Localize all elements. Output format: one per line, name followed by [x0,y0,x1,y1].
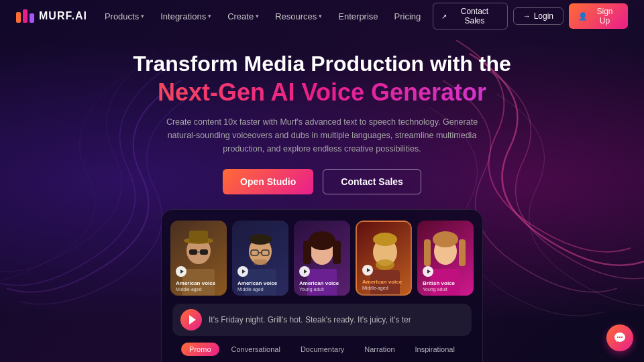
play-button-main[interactable] [180,309,202,330]
murf-logo-icon [16,9,35,23]
external-link-icon: ↗ [441,13,447,20]
login-button[interactable]: → Login [513,7,564,25]
voice-card-5[interactable]: British voice Young adult [417,221,474,296]
nav-integrations[interactable]: Integrations ▾ [154,9,218,24]
contact-sales-button[interactable]: ↗ Contact Sales [433,3,507,29]
chat-icon [613,331,627,345]
card-5-play-button[interactable] [423,266,433,277]
svg-point-28 [376,259,394,270]
open-studio-button[interactable]: Open Studio [223,169,313,194]
card-2-label: American voice Middle-aged [237,280,286,292]
navbar: MURF.AI Products ▾ Integrations ▾ Create… [0,0,644,32]
contact-sales-hero-button[interactable]: Contact Sales [323,169,421,194]
style-tag-conversational[interactable]: Conversational [223,343,288,356]
voice-cards-row: American voice Middle-aged [172,221,472,296]
voice-section: American voice Middle-aged [0,209,644,362]
nav-pricing[interactable]: Pricing [388,9,428,24]
card-4-label: American voice Middle-aged [362,279,408,290]
nav-enterprise[interactable]: Enterprise [331,9,384,24]
svg-rect-2 [30,13,34,23]
signup-button[interactable]: 👤 Sign Up [569,3,628,29]
hero-section: Transform Media Production with the Next… [0,32,644,194]
play-icon [427,269,431,274]
nav-right: ↗ Contact Sales → Login 👤 Sign Up [433,3,628,29]
chevron-down-icon: ▾ [256,13,259,19]
style-tag-narration[interactable]: Narration [356,343,402,356]
play-icon [189,315,196,324]
logo-text: MURF.AI [39,10,87,22]
chevron-down-icon: ▾ [208,13,211,19]
card-1-label: American voice Middle-aged [176,280,224,292]
card-1-play-button[interactable] [176,266,186,277]
hero-title-line1: Transform Media Production with the Next… [13,51,631,107]
play-icon [367,268,370,272]
svg-rect-18 [254,259,267,265]
chevron-down-icon: ▾ [319,13,322,19]
svg-rect-34 [459,239,466,266]
hero-buttons: Open Studio Contact Sales [13,169,631,194]
chevron-down-icon: ▾ [141,13,144,19]
svg-rect-23 [333,241,341,264]
voice-card-2[interactable]: American voice Middle-aged [232,221,288,296]
play-icon [242,269,246,274]
nav-resources[interactable]: Resources ▾ [268,9,329,24]
card-3-label: American voice Young adult [299,280,347,292]
svg-rect-1 [23,9,28,23]
svg-point-32 [433,231,458,247]
playback-bar: It's Friday night. Grill's hot. Steak's … [172,304,472,336]
style-tag-calm[interactable]: Calm [305,360,339,362]
card-4-play-button[interactable] [362,265,373,276]
style-tags: Promo Conversational Documentary Narrati… [172,343,472,362]
svg-point-21 [309,231,335,250]
voice-card-3[interactable]: American voice Young adult [294,221,350,296]
style-tag-documentary[interactable]: Documentary [292,343,352,356]
svg-point-17 [249,234,272,245]
logo[interactable]: MURF.AI [16,9,87,23]
nav-items: Products ▾ Integrations ▾ Create ▾ Resou… [98,9,427,24]
svg-rect-8 [189,249,197,255]
style-tag-inspirational[interactable]: Inspirational [407,343,463,356]
card-2-play-button[interactable] [237,266,248,277]
style-tag-promo[interactable]: Promo [181,343,219,356]
svg-rect-0 [16,12,21,23]
play-icon [304,269,307,274]
playback-text: It's Friday night. Grill's hot. Steak's … [209,315,464,324]
play-icon [180,269,184,274]
user-icon: → [523,12,531,20]
voice-panel: American voice Middle-aged [161,209,483,362]
svg-point-27 [373,233,397,246]
chat-support-button[interactable] [606,324,633,351]
card-3-play-button[interactable] [299,266,310,277]
person-icon: 👤 [578,12,588,21]
svg-rect-22 [303,241,311,264]
svg-rect-6 [189,231,208,243]
nav-products[interactable]: Products ▾ [98,9,151,24]
voice-card-1[interactable]: American voice Middle-aged [170,221,227,296]
voice-card-4[interactable]: American voice Middle-aged [356,221,412,296]
nav-create[interactable]: Create ▾ [221,9,266,24]
card-5-label: British voice Young adult [423,280,471,292]
svg-rect-33 [424,239,431,266]
svg-rect-9 [200,249,208,255]
hero-subtitle: Create content 10x faster with Murf's ad… [154,115,490,156]
